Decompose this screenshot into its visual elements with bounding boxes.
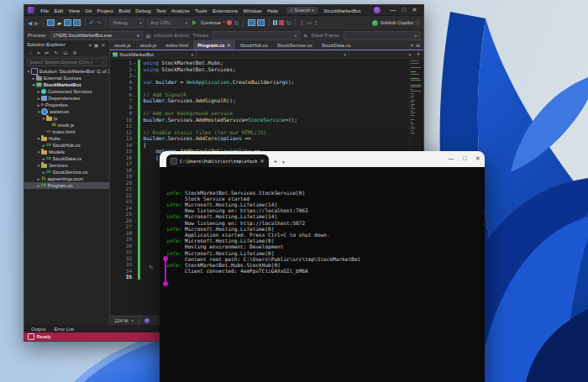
process-dropdown[interactable]: [7428] StockMarketBot.exe▾ [50, 31, 143, 40]
tab-stock-js[interactable]: stock.js [136, 40, 162, 50]
tree-item-program-cs[interactable]: ▸C#Program.cs [24, 182, 109, 189]
share-icon[interactable]: ⎘ [415, 20, 420, 26]
tree-item-dependencies[interactable]: ▸Dependencies [24, 95, 109, 102]
terminal-tab[interactable]: C:\Users\Public\src\tmp\stock ✕ [166, 154, 269, 167]
navigate-forward-icon[interactable]: ▶ [34, 20, 39, 26]
menu-analyze[interactable]: Analyze [169, 8, 192, 13]
restart-debug-icon[interactable]: ↻ [286, 20, 291, 26]
menu-test[interactable]: Test [154, 8, 169, 13]
watch-window-icon[interactable] [248, 19, 255, 26]
collapse-all-icon[interactable]: ⊟ [62, 50, 69, 55]
menu-git[interactable]: Git [82, 8, 94, 13]
tree-item-js[interactable]: ▾js [24, 115, 109, 122]
navigate-back-icon[interactable]: ◀ [28, 20, 32, 26]
vs-search-box[interactable]: ⌕ Search ▾ [286, 7, 318, 13]
step-into-icon[interactable]: ↧ [300, 20, 305, 26]
step-out-icon[interactable]: ↥ [314, 20, 319, 26]
tree-item-stockmarketbot[interactable]: ▾C#StockMarketBot [24, 81, 109, 88]
type-dropdown[interactable]: ▾ [197, 50, 349, 58]
save-all-icon[interactable] [73, 19, 81, 26]
add-icon[interactable]: + [413, 51, 423, 57]
tab-close-icon[interactable]: ✕ [260, 158, 264, 164]
stop-debug-icon[interactable] [279, 20, 284, 25]
lifecycle-events-label[interactable]: Lifecycle Events [154, 33, 189, 38]
tree-item-stockdata-cs[interactable]: ▸C#StockData.cs [24, 155, 109, 162]
text-selection-handle[interactable] [162, 256, 169, 286]
lifecycle-events-icon[interactable]: ▦ [146, 33, 151, 39]
tree-item-properties[interactable]: ▸⚙Properties [24, 102, 109, 108]
tree-item-models[interactable]: ▾Models [24, 149, 109, 155]
sync-icon[interactable]: ⇄ [44, 50, 50, 55]
project-dropdown[interactable]: C# StockMarketBot ▾ [110, 50, 197, 58]
tab-program-cs[interactable]: Program.cs✕ [193, 40, 236, 50]
tab-grid-icon[interactable]: ⊞ [416, 42, 420, 48]
terminal-minimize-button[interactable]: — [444, 151, 458, 165]
terminal-maximize-button[interactable]: □ [458, 151, 471, 165]
tab-overflow-icon[interactable]: ▾ [411, 42, 413, 48]
new-file-icon[interactable] [47, 19, 55, 26]
continue-play-icon[interactable] [192, 20, 197, 25]
new-tab-button[interactable]: + [274, 158, 278, 165]
fold-marker[interactable]: ⌄ [132, 66, 138, 73]
continue-dropdown-icon[interactable]: ▾ [223, 21, 224, 25]
profile-avatar[interactable] [374, 7, 381, 13]
tree-item-services[interactable]: ▾Services [24, 162, 109, 169]
fold-marker[interactable]: ⌄ [132, 72, 138, 79]
continue-button[interactable]: Continue [201, 20, 221, 25]
tree-item-external-sources[interactable]: ▸External Sources [24, 75, 109, 81]
tree-item-solution-stockmarketbot-1-of-1-project-[interactable]: ▾Solution 'StockMarketBot' (1 of 1 proje… [24, 68, 109, 75]
intellisense-icon[interactable] [144, 318, 150, 323]
menu-debug[interactable]: Debug [133, 8, 154, 13]
menu-view[interactable]: View [66, 8, 82, 13]
filter-dropdown-icon[interactable]: ▾ [36, 50, 41, 55]
menu-window[interactable]: Window [240, 8, 264, 13]
tree-item-index-html[interactable]: <>index.html [24, 128, 109, 135]
home-icon[interactable]: ⌂ [28, 50, 34, 55]
thread-dropdown[interactable]: ▾ [213, 31, 300, 40]
github-copilot-button[interactable]: GitHub Copilot ⎘ [372, 20, 420, 26]
vs-logo-icon[interactable] [28, 7, 34, 13]
immediate-window-icon[interactable] [257, 19, 265, 26]
terminal-close-button[interactable]: ✕ [471, 151, 485, 165]
stack-frame-dropdown[interactable]: ▾ [344, 31, 420, 40]
menu-build[interactable]: Build [116, 8, 133, 13]
menu-edit[interactable]: Edit [51, 8, 66, 13]
step-over-icon[interactable]: ↦ [307, 20, 312, 26]
tab-index-html[interactable]: index.html [161, 40, 193, 50]
close-button[interactable]: ✕ [409, 5, 420, 15]
open-folder-icon[interactable]: ▰ [57, 20, 61, 26]
tab-stockhub-cs[interactable]: StockHub.cs [236, 40, 273, 50]
configuration-dropdown[interactable]: Debug▾ [109, 18, 144, 28]
tab-close-icon[interactable]: ✕ [227, 43, 231, 48]
tree-item-stockservice-cs[interactable]: ▸C#StockService.cs [24, 169, 109, 175]
menu-file[interactable]: File [38, 8, 51, 13]
maximize-button[interactable]: □ [398, 5, 409, 15]
tab-dropdown-icon[interactable]: ▾ [282, 160, 285, 165]
close-panel-icon[interactable]: ✕ [100, 42, 107, 48]
minimize-button[interactable]: — [387, 5, 398, 15]
redo-icon[interactable]: ↷ [97, 20, 102, 26]
hot-reload-icon[interactable] [227, 20, 232, 25]
menu-tools[interactable]: Tools [192, 8, 210, 13]
flag-icon[interactable]: ⚑ [303, 33, 307, 39]
panel-tab-output[interactable]: Output [28, 327, 49, 332]
tree-item-stockhub-cs[interactable]: ▸C#StockHub.cs [24, 142, 109, 149]
tree-item-stock-js[interactable]: JSstock.js [24, 122, 109, 128]
save-icon[interactable] [64, 19, 71, 26]
tab-stockservice-cs[interactable]: StockService.cs [273, 40, 318, 50]
tree-item-hubs[interactable]: ▾Hubs [24, 135, 109, 142]
pin-icon[interactable]: ▣ [92, 42, 100, 48]
fold-markers[interactable]: ⌄ ⌄ ⌄ [132, 59, 138, 316]
refresh-icon[interactable]: ↻ [53, 50, 60, 55]
solution-explorer-search[interactable]: Search Solution Explorer (Ctrl+;) ⌕ [27, 58, 107, 66]
zoom-level[interactable]: 124 % [114, 318, 128, 323]
tree-item-appsettings-json[interactable]: ▸{}appsettings.json [24, 175, 109, 182]
menu-extensions[interactable]: Extensions [210, 8, 241, 13]
terminal-output[interactable]: info: StockMarketBot.Services.StockServi… [160, 167, 485, 382]
settings-icon[interactable]: ⚙ [71, 50, 78, 55]
platform-dropdown[interactable]: Any CPU▾ [147, 18, 191, 28]
restart-icon[interactable]: ↻ [234, 20, 239, 26]
tree-item-connected-services[interactable]: ▸Connected Services [24, 88, 109, 95]
edit-pen-icon[interactable]: ✎ [149, 264, 154, 271]
menu-project[interactable]: Project [94, 8, 116, 13]
